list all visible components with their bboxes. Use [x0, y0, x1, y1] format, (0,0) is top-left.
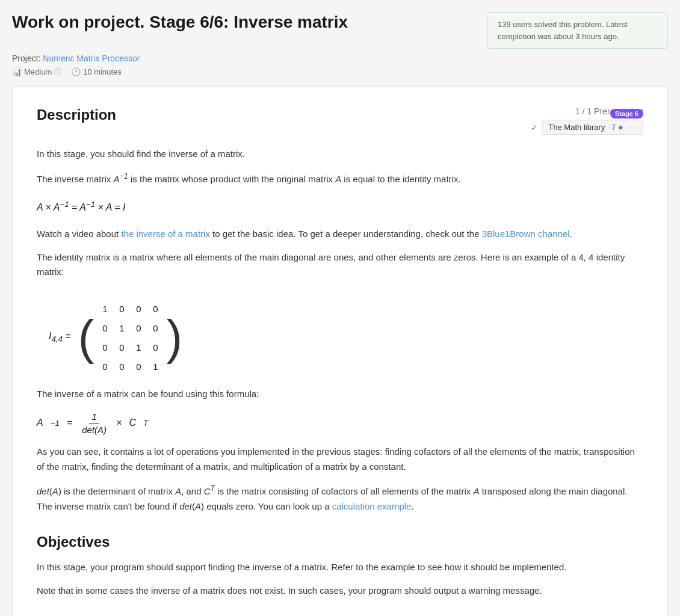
project-link[interactable]: Numeric Matrix Processor: [43, 54, 140, 63]
prereq-more: ···: [631, 123, 637, 132]
link-calc[interactable]: calculation example: [332, 501, 412, 511]
prereq-stars: 7 ★: [611, 123, 624, 132]
meta-line: 📊 Medium ⓘ 🕐 10 minutes: [12, 67, 668, 77]
prereq-item: Stage 6 ✓ The Math library 7 ★ ···: [531, 120, 643, 135]
paragraph-9: Note that in some cases the inverse of a…: [37, 584, 643, 599]
page-title: Work on project. Stage 6/6: Inverse matr…: [12, 12, 348, 32]
matrix-inner: 1000 0100 0010 0001: [96, 300, 164, 375]
time-label: 10 minutes: [83, 67, 122, 76]
matrix-paren-left: (: [78, 313, 97, 362]
objectives-heading: Objectives: [37, 534, 643, 550]
clock-icon: 🕐: [71, 67, 81, 76]
identity-matrix: I4,4 = ( 1000 0100 0010 0001 ): [49, 300, 182, 375]
difficulty-icon: 📊: [12, 67, 22, 76]
inverse-formula: A−1 = 1 det(A) × CT: [37, 411, 643, 435]
header-section: Work on project. Stage 6/6: Inverse matr…: [12, 12, 668, 49]
paragraph-2: The inverse matrix A−1 is the matrix who…: [37, 170, 643, 187]
matrix-wrap: ( 1000 0100 0010 0001 ): [78, 300, 182, 375]
content-header: Description 1 / 1 Prerequisites Stage 6 …: [37, 106, 643, 135]
time-item: 🕐 10 minutes: [71, 67, 122, 76]
link-3b1b[interactable]: 3Blue1Brown channel: [482, 229, 570, 239]
info-icon: ⓘ: [54, 67, 61, 77]
paragraph-7: det(A) is the determinant of matrix A, a…: [37, 482, 643, 514]
difficulty-item: 📊 Medium ⓘ: [12, 67, 61, 77]
prereq-name[interactable]: The Math library 7 ★ ···: [542, 120, 643, 135]
project-label: Project:: [12, 54, 40, 63]
stage-badge: Stage 6: [610, 109, 643, 119]
prereq-check-icon: ✓: [531, 123, 538, 132]
status-box: 139 users solved this problem. Latest co…: [487, 12, 668, 49]
description-heading: Description: [37, 106, 116, 123]
formula-main: A × A−1 = A−1 × A = I: [37, 197, 643, 217]
link-inverse[interactable]: the inverse of a matrix: [121, 229, 210, 239]
fraction-numerator: 1: [89, 411, 99, 424]
paragraph-1: In this stage, you should find the inver…: [37, 147, 643, 162]
main-content: Description 1 / 1 Prerequisites Stage 6 …: [12, 87, 668, 616]
paragraph-6: As you can see, it contains a lot of ope…: [37, 445, 643, 475]
paragraph-5: The inverse of a matrix can be found usi…: [37, 387, 643, 402]
page-wrapper: Work on project. Stage 6/6: Inverse matr…: [12, 12, 668, 616]
fraction-denominator: det(A): [79, 424, 109, 435]
matrix-lhs-label: I4,4 =: [49, 331, 71, 343]
prerequisites-panel: 1 / 1 Prerequisites Stage 6 ✓ The Math l…: [531, 106, 643, 135]
paragraph-3: Watch a video about the inverse of a mat…: [37, 227, 643, 242]
paragraph-4: The identity matrix is a matrix where al…: [37, 250, 643, 280]
paragraph-8: In this stage, your program should suppo…: [37, 560, 643, 575]
fraction: 1 det(A): [79, 411, 109, 435]
difficulty-label: Medium: [24, 67, 52, 76]
matrix-paren-right: ): [164, 313, 182, 362]
project-line: Project: Numeric Matrix Processor: [12, 54, 668, 63]
